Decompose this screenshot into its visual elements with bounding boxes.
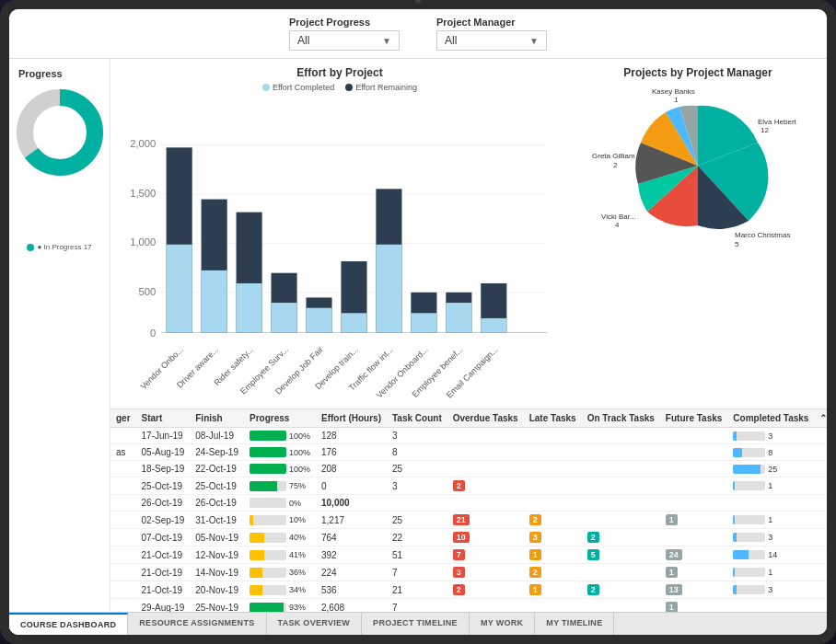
label-marco: Marco Christmas <box>735 231 790 239</box>
col-task-count: Task Count <box>387 409 447 428</box>
charts-row: Effort by Project Effort Completed Effor… <box>110 59 827 408</box>
col-finish: Finish <box>190 409 244 428</box>
legend-remaining-dot <box>345 84 353 91</box>
tab-course-dashboard[interactable]: Course Dashboard <box>9 613 128 635</box>
project-manager-value: All <box>445 34 457 47</box>
table-row: 26-Oct-1926-Oct-190%10,000 <box>110 495 827 512</box>
tab-resource-assignments[interactable]: Resource Assignments <box>128 613 266 635</box>
table-wrap[interactable]: ger Start Finish Progress Effort (Hours)… <box>110 409 827 612</box>
task-tag: 1 <box>529 584 541 595</box>
table-row: 21-Oct-1914-Nov-1936%22473211 <box>110 564 827 581</box>
task-tag: 2 <box>529 514 541 525</box>
progress-cell: 0% <box>244 495 316 512</box>
bar-completed-1 <box>167 245 192 333</box>
project-progress-select[interactable]: All ▼ <box>289 30 400 51</box>
task-tag: 13 <box>666 584 682 595</box>
col-start: Start <box>136 409 191 428</box>
progress-cell: 100% <box>244 461 316 477</box>
table-row: 02-Sep-1931-Oct-1910%1,2172521211 <box>110 512 827 529</box>
table-row: 29-Aug-1925-Nov-1993%2,60871 <box>110 599 827 613</box>
progress-cell: 10% <box>244 512 316 529</box>
device-frame: Project Progress All ▼ Project Manager A… <box>0 0 836 644</box>
task-tag: 3 <box>529 532 541 543</box>
camera-dot <box>415 0 421 3</box>
tab-task-overview[interactable]: Task Overview <box>267 613 363 635</box>
legend-completed-label: Effort Completed <box>273 83 334 92</box>
col-progress: Progress <box>244 409 316 428</box>
task-tag: 3 <box>453 567 465 578</box>
progress-cell: 34% <box>244 581 316 599</box>
table-row: 21-Oct-1912-Nov-1941%392517152414 <box>110 546 827 564</box>
col-future: Future Tasks <box>660 409 728 428</box>
pie-chart-title: Projects by Project Manager <box>623 66 772 79</box>
bar-completed-4 <box>271 303 296 332</box>
legend-completed: Effort Completed <box>262 83 334 92</box>
svg-text:1,000: 1,000 <box>130 236 156 247</box>
project-manager-select[interactable]: All ▼ <box>436 30 547 51</box>
svg-text:1,500: 1,500 <box>130 188 156 199</box>
tab-my-timeline[interactable]: My Timeline <box>535 613 614 635</box>
label-elva-val: 12 <box>761 126 769 134</box>
task-tag: 7 <box>453 549 465 560</box>
col-manager: ger <box>110 409 136 428</box>
left-panel-title: Progress <box>18 68 63 79</box>
svg-text:500: 500 <box>139 286 157 297</box>
table-row: 25-Oct-1925-Oct-1975%0321 <box>110 477 827 495</box>
project-progress-arrow: ▼ <box>382 36 391 46</box>
tab-my-work[interactable]: My Work <box>470 613 535 635</box>
bar-completed-8 <box>411 313 436 332</box>
in-progress-label: ● In Progress 17 <box>37 243 91 251</box>
task-tag: 2 <box>453 480 465 491</box>
bar-completed-10 <box>481 318 506 332</box>
task-tag: 2 <box>587 584 599 595</box>
table-row: 18-Sep-1922-Oct-19100%2082525 <box>110 461 827 477</box>
bar-completed-7 <box>376 245 401 333</box>
table-row: 21-Oct-1920-Nov-1934%53621212133 <box>110 581 827 599</box>
project-progress-value: All <box>297 34 309 47</box>
project-progress-label: Project Progress <box>289 17 370 28</box>
pie-chart-svg: Elva Hebert 12 Marco Christmas 5 Vicki B… <box>578 83 818 248</box>
progress-cell: 41% <box>244 546 316 564</box>
bar-completed-9 <box>446 303 471 332</box>
progress-cell: 100% <box>244 444 316 461</box>
label-vicki: Vicki Bar... <box>601 213 636 221</box>
project-manager-filter: Project Manager All ▼ <box>436 17 547 51</box>
label-greta-val: 2 <box>613 161 618 169</box>
task-tag: 1 <box>666 602 678 612</box>
legend-remaining: Effort Remaining <box>345 83 417 92</box>
col-scroll: ⌃ <box>814 409 827 428</box>
bar-completed-6 <box>341 313 366 332</box>
top-filter-bar: Project Progress All ▼ Project Manager A… <box>9 9 827 59</box>
svg-text:0: 0 <box>150 328 156 339</box>
table-row: 17-Jun-1908-Jul-19100%12833 <box>110 428 827 444</box>
col-overdue: Overdue Tasks <box>447 409 524 428</box>
task-tag: 21 <box>453 514 470 525</box>
table-header-row: ger Start Finish Progress Effort (Hours)… <box>110 409 827 428</box>
project-table: ger Start Finish Progress Effort (Hours)… <box>110 409 827 612</box>
label-kasey-val: 1 <box>674 96 679 104</box>
project-progress-filter: Project Progress All ▼ <box>289 17 400 51</box>
table-section: ger Start Finish Progress Effort (Hours)… <box>110 408 827 612</box>
legend-completed-dot <box>262 84 270 91</box>
pie-chart-section: Projects by Project Manager <box>569 66 827 401</box>
progress-cell: 100% <box>244 428 316 444</box>
tab-project-timeline[interactable]: Project Timeline <box>362 613 470 635</box>
label-greta: Greta Gilliam <box>592 152 635 160</box>
task-tag: 2 <box>529 567 541 578</box>
left-panel: Progress ● In Progress 17 <box>9 59 110 612</box>
task-tag: 10 <box>453 532 470 543</box>
bottom-tabs: Course Dashboard Resource Assignments Ta… <box>9 612 827 635</box>
label-vicki-val: 4 <box>615 221 620 229</box>
label-kasey: Kasey Banks <box>652 87 695 96</box>
donut-container <box>14 86 106 178</box>
bar-chart-wrap: 2,000 1,500 1,000 500 0 <box>120 96 560 401</box>
task-tag: 24 <box>666 549 682 560</box>
task-tag: 1 <box>666 514 678 525</box>
col-completed: Completed Tasks <box>727 409 814 428</box>
progress-cell: 93% <box>244 599 316 613</box>
progress-cell: 36% <box>244 564 316 581</box>
progress-cell: 40% <box>244 529 316 546</box>
legend-remaining-label: Effort Remaining <box>355 83 417 92</box>
table-row: 07-Oct-1905-Nov-1940%7642210323 <box>110 529 827 546</box>
device-screen: Project Progress All ▼ Project Manager A… <box>9 9 827 635</box>
